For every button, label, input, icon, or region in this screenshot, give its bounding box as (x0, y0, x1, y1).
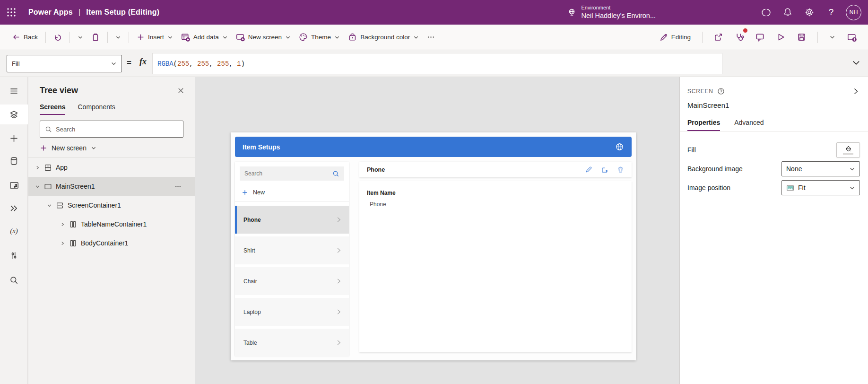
tree-view-close-button[interactable] (177, 87, 184, 94)
copilot-icon (761, 8, 771, 17)
theme-button[interactable]: Theme (297, 30, 342, 44)
rail-variables-button[interactable]: (x) (0, 221, 28, 241)
app-new-item-button[interactable]: New (235, 185, 349, 202)
item-list-pane: New Phone Shirt Chair (235, 162, 349, 356)
comments-button[interactable] (754, 30, 766, 44)
rail-media-button[interactable] (0, 175, 28, 195)
copilot-button[interactable] (755, 0, 777, 25)
formula-paren: ) (241, 60, 245, 68)
new-screen-button[interactable]: New screen (234, 30, 293, 44)
publish-icon (847, 33, 857, 42)
detail-header-card[interactable]: Phone (359, 162, 632, 177)
insert-button[interactable]: Insert (135, 30, 175, 44)
notifications-button[interactable] (777, 0, 799, 25)
tree-item-bodycontainer1[interactable]: BodyContainer1 (28, 234, 195, 253)
chevron-down-icon[interactable] (35, 184, 40, 189)
publish-button[interactable] (845, 30, 859, 45)
account-avatar[interactable]: NH (846, 5, 861, 20)
app-preview-frame[interactable]: Item Setups New Phone (231, 132, 636, 360)
image-position-dropdown[interactable]: Fit (781, 180, 860, 195)
background-color-button[interactable]: Background color (346, 30, 421, 44)
fill-color-picker-button[interactable] (836, 142, 860, 157)
tree-new-screen-button[interactable]: New screen (28, 138, 195, 157)
insert-label: Insert (148, 34, 164, 41)
tree-item-more-button[interactable] (174, 183, 182, 190)
rail-data-button[interactable] (0, 151, 28, 171)
list-item-chair[interactable]: Chair (235, 267, 349, 295)
chevron-right-icon[interactable] (60, 222, 65, 227)
save-menu-button[interactable] (827, 31, 837, 43)
help-icon: ? (829, 7, 834, 17)
app-item-list: Phone Shirt Chair Laptop (235, 202, 349, 357)
formula-bar-expand-button[interactable] (851, 58, 861, 68)
design-canvas[interactable]: Item Setups New Phone (196, 77, 679, 384)
list-item-table[interactable]: Table (235, 329, 349, 357)
edit-item-button[interactable] (585, 166, 592, 174)
tab-properties[interactable]: Properties (687, 119, 720, 131)
document-title: Item Setup (Editing) (86, 8, 159, 17)
back-button[interactable]: Back (10, 30, 40, 44)
rail-menu-button[interactable] (0, 81, 28, 101)
paste-button[interactable] (89, 30, 102, 44)
save-button[interactable] (795, 30, 808, 44)
panel-collapse-button[interactable] (852, 87, 859, 95)
app-search-input[interactable] (244, 170, 329, 177)
tree-item-tablenamecontainer1[interactable]: TableNameContainer1 (28, 215, 195, 234)
rail-search-button[interactable] (0, 270, 28, 290)
editing-mode-button[interactable]: Editing (658, 30, 693, 44)
formula-input[interactable]: RGBA(255, 255, 255, 1) (152, 53, 722, 74)
formula-bar: Fill = fx RGBA(255, 255, 255, 1) (0, 50, 868, 77)
rail-advanced-tools-button[interactable] (0, 245, 28, 265)
chevron-right-icon[interactable] (60, 241, 65, 246)
delete-item-button[interactable] (617, 166, 624, 174)
tree-search-input[interactable] (56, 126, 178, 133)
more-commands-button[interactable] (425, 30, 437, 44)
globe-icon[interactable] (615, 142, 624, 151)
pencil-icon (585, 166, 592, 173)
tree-search-box[interactable] (40, 121, 183, 138)
app-title-bar[interactable]: Item Setups (235, 137, 632, 157)
rail-power-automate-button[interactable] (0, 198, 28, 218)
settings-button[interactable] (799, 0, 820, 25)
waffle-menu-icon[interactable] (0, 0, 23, 25)
paste-menu-button[interactable] (113, 32, 123, 43)
help-circle-icon[interactable] (717, 87, 725, 95)
tree-item-mainscreen1[interactable]: MainScreen1 (28, 177, 195, 196)
list-item-phone[interactable]: Phone (235, 206, 349, 234)
preview-play-button[interactable] (774, 30, 787, 44)
tree-item-label: TableNameContainer1 (81, 220, 147, 228)
detail-form-card[interactable]: Item Name Phone (359, 181, 632, 352)
undo-button[interactable] (52, 30, 64, 44)
tab-advanced[interactable]: Advanced (734, 119, 764, 131)
app-search-box[interactable] (240, 166, 344, 181)
clipboard-icon (91, 33, 100, 42)
list-item-shirt[interactable]: Shirt (235, 236, 349, 264)
tree-item-app[interactable]: App (28, 158, 195, 177)
chevron-right-icon[interactable] (35, 165, 40, 170)
app-checker-button[interactable] (733, 30, 746, 44)
share-button[interactable] (712, 30, 725, 44)
paint-bucket-icon (845, 146, 852, 153)
theme-palette-icon (299, 33, 308, 42)
add-data-button[interactable]: Add data (179, 30, 230, 44)
undo-menu-button[interactable] (76, 32, 85, 43)
open-window-button[interactable] (601, 166, 608, 174)
rail-insert-button[interactable] (0, 128, 28, 148)
help-button[interactable]: ? (820, 0, 842, 25)
environment-picker[interactable]: Environment Neil Haddley's Environ... (567, 5, 656, 20)
tab-screens[interactable]: Screens (40, 103, 65, 115)
background-image-dropdown[interactable]: None (781, 161, 860, 176)
list-item-laptop[interactable]: Laptop (235, 298, 349, 326)
more-ellipsis-icon (427, 33, 435, 41)
plus-icon (242, 189, 248, 196)
list-item-label: Table (243, 340, 257, 346)
waffle-grid-icon (7, 8, 16, 17)
tab-components[interactable]: Components (78, 103, 115, 115)
property-selector-dropdown[interactable]: Fill (7, 55, 122, 72)
chevron-down-icon[interactable] (46, 203, 52, 208)
tree-item-screencontainer1[interactable]: ScreenContainer1 (28, 196, 195, 215)
gear-icon (805, 8, 814, 17)
search-icon (9, 276, 18, 285)
chevron-right-icon (335, 247, 342, 254)
rail-tree-view-button[interactable] (0, 105, 28, 124)
